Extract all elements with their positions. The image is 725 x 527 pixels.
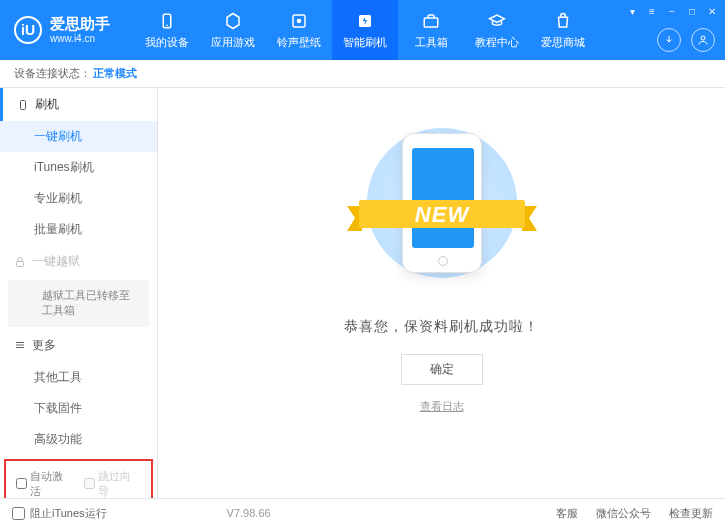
- view-log-link[interactable]: 查看日志: [420, 399, 464, 414]
- block-itunes-checkbox[interactable]: 阻止iTunes运行: [12, 506, 107, 521]
- app-url: www.i4.cn: [50, 33, 110, 45]
- app-header: iU 爱思助手 www.i4.cn 我的设备 应用游戏 铃声壁纸 智能刷机 工具…: [0, 0, 725, 60]
- success-illustration: NEW: [352, 118, 532, 298]
- nav-tutorials[interactable]: 教程中心: [464, 0, 530, 60]
- sidebar-item-advanced[interactable]: 高级功能: [0, 424, 157, 455]
- main-content: NEW 恭喜您，保资料刷机成功啦！ 确定 查看日志: [158, 88, 725, 498]
- sidebar-section-more[interactable]: 更多: [0, 329, 157, 362]
- sidebar-section-jailbreak: 一键越狱: [0, 245, 157, 278]
- jailbreak-note: 越狱工具已转移至工具箱: [8, 280, 149, 327]
- nav-toolbox[interactable]: 工具箱: [398, 0, 464, 60]
- footer-link-wechat[interactable]: 微信公众号: [596, 506, 651, 521]
- nav-my-device[interactable]: 我的设备: [134, 0, 200, 60]
- main-nav: 我的设备 应用游戏 铃声壁纸 智能刷机 工具箱 教程中心 爱思商城: [134, 0, 596, 60]
- sidebar-item-oneclick[interactable]: 一键刷机: [0, 121, 157, 152]
- nav-ringtones[interactable]: 铃声壁纸: [266, 0, 332, 60]
- tutorial-icon: [487, 11, 507, 31]
- settings-icon[interactable]: ≡: [645, 4, 659, 18]
- success-message: 恭喜您，保资料刷机成功啦！: [344, 318, 539, 336]
- app-title: 爱思助手: [50, 15, 110, 33]
- svg-rect-8: [17, 261, 24, 266]
- svg-rect-5: [424, 18, 438, 27]
- menu-icon[interactable]: ▾: [625, 4, 639, 18]
- footer-link-update[interactable]: 检查更新: [669, 506, 713, 521]
- sidebar: 刷机 一键刷机 iTunes刷机 专业刷机 批量刷机 一键越狱 越狱工具已转移至…: [0, 88, 158, 498]
- sidebar-item-download[interactable]: 下载固件: [0, 393, 157, 424]
- logo-icon: iU: [14, 16, 42, 44]
- confirm-button[interactable]: 确定: [401, 354, 483, 385]
- svg-point-3: [297, 18, 302, 23]
- menu-lines-icon: [14, 339, 26, 351]
- status-bar: 设备连接状态： 正常模式: [0, 60, 725, 88]
- footer-link-support[interactable]: 客服: [556, 506, 578, 521]
- sidebar-item-other[interactable]: 其他工具: [0, 362, 157, 393]
- close-icon[interactable]: ✕: [705, 4, 719, 18]
- logo-area: iU 爱思助手 www.i4.cn: [0, 15, 124, 45]
- svg-text:NEW: NEW: [414, 202, 470, 227]
- user-button[interactable]: [691, 28, 715, 52]
- apps-icon: [223, 11, 243, 31]
- window-controls: ▾ ≡ − □ ✕: [625, 4, 719, 18]
- svg-point-6: [701, 36, 705, 40]
- version-label: V7.98.66: [227, 507, 271, 519]
- status-label: 设备连接状态：: [14, 66, 91, 81]
- device-icon: [157, 11, 177, 31]
- checkbox-skip-guide[interactable]: 跳过向导: [84, 469, 142, 498]
- status-value: 正常模式: [93, 66, 137, 81]
- flash-icon: [355, 11, 375, 31]
- ringtone-icon: [289, 11, 309, 31]
- sidebar-item-batch[interactable]: 批量刷机: [0, 214, 157, 245]
- new-banner-icon: NEW: [347, 196, 537, 236]
- minimize-icon[interactable]: −: [665, 4, 679, 18]
- nav-flash[interactable]: 智能刷机: [332, 0, 398, 60]
- lock-icon: [14, 256, 26, 268]
- svg-rect-7: [21, 100, 26, 109]
- store-icon: [553, 11, 573, 31]
- sidebar-item-pro[interactable]: 专业刷机: [0, 183, 157, 214]
- nav-apps[interactable]: 应用游戏: [200, 0, 266, 60]
- checkbox-auto-activate[interactable]: 自动激活: [16, 469, 74, 498]
- phone-icon: [17, 99, 29, 111]
- toolbox-icon: [421, 11, 441, 31]
- footer: 阻止iTunes运行 V7.98.66 客服 微信公众号 检查更新: [0, 498, 725, 527]
- sidebar-section-flash[interactable]: 刷机: [0, 88, 157, 121]
- maximize-icon[interactable]: □: [685, 4, 699, 18]
- download-button[interactable]: [657, 28, 681, 52]
- checkbox-row: 自动激活 跳过向导: [4, 459, 153, 498]
- nav-store[interactable]: 爱思商城: [530, 0, 596, 60]
- sidebar-item-itunes[interactable]: iTunes刷机: [0, 152, 157, 183]
